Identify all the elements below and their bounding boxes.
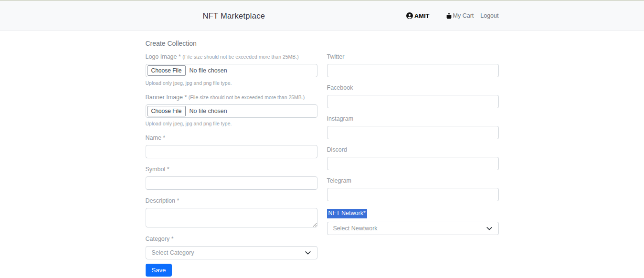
symbol-label: Symbol * [146, 166, 317, 173]
banner-image-label-text: Banner Image * [146, 94, 187, 101]
discord-input[interactable] [327, 157, 499, 170]
discord-label: Discord [327, 146, 499, 154]
twitter-input[interactable] [327, 64, 499, 77]
twitter-group: Twitter [327, 53, 499, 77]
banner-file-input[interactable]: Choose File No file chosen [146, 104, 317, 118]
facebook-label: Facebook [327, 84, 499, 92]
description-textarea[interactable] [146, 208, 317, 227]
category-label: Category * [146, 236, 317, 243]
banner-image-group: Banner Image * (File size should not be … [146, 94, 317, 126]
logo-file-input[interactable]: Choose File No file chosen [146, 64, 317, 77]
banner-choose-file-button[interactable]: Choose File [148, 106, 186, 116]
facebook-group: Facebook [327, 84, 499, 108]
logo-file-status: No file chosen [190, 67, 227, 74]
category-group: Category * Select Category [146, 236, 317, 259]
brand-title[interactable]: NFT Marketplace [203, 11, 265, 21]
cart-bag-icon [446, 13, 452, 19]
logo-image-label: Logo Image * (File size should not be ex… [146, 53, 317, 61]
discord-group: Discord [327, 146, 499, 170]
facebook-input[interactable] [327, 95, 499, 108]
nav-my-cart-label: My Cart [453, 12, 474, 19]
category-select-value: Select Category [152, 249, 194, 256]
nft-network-label: NFT Network* [327, 209, 367, 218]
nft-network-select-value: Select Newtwork [333, 225, 378, 232]
name-label: Name * [146, 134, 317, 142]
chevron-down-icon [486, 225, 493, 232]
nav-user-label: AMIT [414, 12, 430, 20]
telegram-label: Telegram [327, 177, 499, 185]
description-label: Description * [146, 197, 317, 205]
instagram-input[interactable] [327, 126, 499, 139]
nav-user[interactable]: AMIT [406, 12, 430, 20]
logo-image-label-text: Logo Image * [146, 53, 181, 60]
nft-network-group: NFT Network* Select Newtwork [327, 208, 499, 235]
logo-file-type-helper: Upload only jpeg, jpg and png file type. [146, 80, 317, 86]
instagram-group: Instagram [327, 115, 499, 139]
navbar: NFT Marketplace AMIT My Ca [0, 1, 644, 31]
save-button[interactable]: Save [146, 264, 172, 277]
create-collection-page: Create Collection Logo Image * (File siz… [146, 40, 499, 278]
telegram-group: Telegram [327, 177, 499, 201]
form-right-column: Twitter Facebook Instagram Discord Teleg… [327, 53, 499, 277]
telegram-input[interactable] [327, 188, 499, 201]
banner-file-status: No file chosen [190, 108, 227, 114]
symbol-input[interactable] [146, 176, 317, 190]
page-title: Create Collection [146, 40, 499, 47]
banner-image-size-hint: (File size should not be exceeded more t… [189, 94, 305, 100]
banner-file-type-helper: Upload only jpeg, jpg and png file type. [146, 121, 317, 126]
description-group: Description * [146, 197, 317, 227]
name-group: Name * [146, 134, 317, 158]
chevron-down-icon [305, 249, 311, 256]
nav-logout[interactable]: Logout [480, 12, 498, 19]
nft-network-select[interactable]: Select Newtwork [327, 222, 499, 235]
logo-choose-file-button[interactable]: Choose File [148, 65, 186, 76]
category-select[interactable]: Select Category [146, 246, 317, 259]
banner-image-label: Banner Image * (File size should not be … [146, 94, 317, 101]
form-left-column: Logo Image * (File size should not be ex… [146, 53, 317, 277]
navbar-menu: AMIT My Cart Logout [406, 12, 499, 20]
logo-image-size-hint: (File size should not be exceeded more t… [182, 54, 298, 60]
nav-my-cart[interactable]: My Cart [446, 12, 474, 19]
symbol-group: Symbol * [146, 166, 317, 190]
logo-image-group: Logo Image * (File size should not be ex… [146, 53, 317, 86]
twitter-label: Twitter [327, 53, 499, 61]
name-input[interactable] [146, 145, 317, 158]
user-icon [406, 12, 413, 19]
instagram-label: Instagram [327, 115, 499, 123]
